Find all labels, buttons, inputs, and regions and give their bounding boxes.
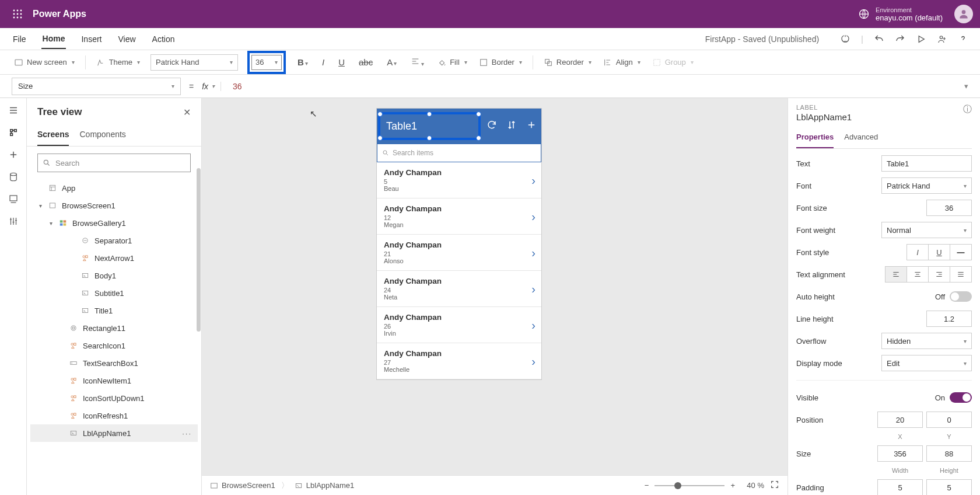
help-icon[interactable]: [958, 34, 968, 44]
tree-item[interactable]: NextArrow1: [30, 249, 198, 267]
play-icon[interactable]: [916, 34, 926, 44]
tree-item[interactable]: App: [30, 179, 198, 197]
selected-label-control[interactable]: Table1: [378, 112, 481, 140]
app-checker-icon[interactable]: [840, 34, 850, 44]
strikethrough-button[interactable]: abc: [356, 57, 375, 67]
tab-properties[interactable]: Properties: [796, 128, 834, 148]
tree-item[interactable]: Title1: [30, 302, 198, 319]
prop-padtop-input[interactable]: 5: [877, 479, 923, 495]
menu-file[interactable]: File: [12, 30, 27, 48]
align-right-button[interactable]: [928, 266, 950, 283]
gallery-item[interactable]: Andy Champan 26 Irvin ›: [377, 307, 541, 343]
prop-font-select[interactable]: Patrick Hand▾: [881, 177, 972, 194]
autoheight-toggle[interactable]: [950, 291, 972, 302]
prop-fontweight-select[interactable]: Normal▾: [881, 222, 972, 238]
prop-text-input[interactable]: Table1: [881, 155, 972, 172]
property-selector[interactable]: Size▾: [12, 78, 181, 95]
tree-scrollbar-thumb[interactable]: [197, 168, 201, 332]
tree-search-input[interactable]: Search: [37, 154, 191, 172]
formula-value[interactable]: 36: [229, 82, 242, 91]
border-button[interactable]: Border▾: [478, 55, 523, 69]
new-screen-button[interactable]: New screen▾: [13, 55, 76, 69]
prop-displaymode-select[interactable]: Edit▾: [881, 355, 972, 371]
font-size-select[interactable]: 36▾: [251, 55, 282, 70]
menu-action[interactable]: Action: [151, 30, 176, 48]
visible-toggle[interactable]: [950, 392, 972, 403]
gallery-item[interactable]: Andy Champan 21 Alonso ›: [377, 235, 541, 271]
chevron-right-icon[interactable]: ›: [531, 210, 536, 223]
fontstyle-underline-button[interactable]: U: [928, 244, 950, 260]
gallery-item[interactable]: Andy Champan 12 Megan ›: [377, 198, 541, 235]
environment-picker[interactable]: Environment enayu.com (default): [858, 6, 943, 22]
fontstyle-strike-button[interactable]: —: [950, 244, 972, 260]
prop-x-input[interactable]: 20: [877, 412, 923, 428]
fontstyle-italic-button[interactable]: I: [907, 244, 929, 260]
formula-expand-icon[interactable]: ▾: [964, 82, 968, 90]
sort-icon[interactable]: [506, 120, 517, 133]
add-icon[interactable]: [526, 120, 537, 133]
tree-item[interactable]: Separator1: [30, 232, 198, 249]
menu-home[interactable]: Home: [41, 29, 66, 49]
user-avatar[interactable]: [954, 5, 973, 23]
redo-icon[interactable]: [895, 34, 905, 44]
tree-item[interactable]: Rectangle11: [30, 319, 198, 337]
prop-lineheight-input[interactable]: 1.2: [926, 311, 972, 327]
refresh-icon[interactable]: [487, 120, 497, 133]
fx-button[interactable]: fx▾: [202, 82, 221, 91]
chevron-right-icon[interactable]: ›: [531, 354, 536, 368]
prop-height-input[interactable]: 88: [926, 445, 972, 462]
fit-to-window-icon[interactable]: [770, 480, 779, 491]
font-color-button[interactable]: A▾: [384, 57, 399, 67]
prop-fontsize-input[interactable]: 36: [926, 200, 972, 216]
prop-overflow-select[interactable]: Hidden▾: [881, 333, 972, 349]
rail-insert-icon[interactable]: [8, 149, 19, 160]
underline-button[interactable]: U: [336, 57, 347, 67]
tree-item[interactable]: Subtitle1: [30, 284, 198, 302]
tree-item[interactable]: IconRefresh1: [30, 407, 198, 424]
zoom-slider[interactable]: [654, 485, 724, 486]
prop-padbottom-input[interactable]: 5: [926, 479, 972, 495]
rail-data-icon[interactable]: [8, 172, 19, 182]
tree-item[interactable]: IconSortUpDown1: [30, 389, 198, 407]
align-left-button[interactable]: [885, 266, 907, 283]
fill-button[interactable]: Fill▾: [436, 55, 468, 69]
tree-item[interactable]: Body1: [30, 267, 198, 284]
chevron-right-icon[interactable]: ›: [531, 246, 536, 259]
tree-item[interactable]: LblAppName1···: [30, 424, 198, 442]
rail-tree-icon[interactable]: [8, 127, 19, 138]
chevron-right-icon[interactable]: ›: [531, 318, 536, 332]
font-family-select[interactable]: Patrick Hand▾: [150, 54, 238, 71]
menu-insert[interactable]: Insert: [80, 30, 103, 48]
prop-width-input[interactable]: 356: [877, 445, 923, 462]
chevron-right-icon[interactable]: ›: [531, 282, 536, 295]
phone-search-input[interactable]: Search items: [377, 144, 541, 162]
zoom-in-button[interactable]: +: [730, 481, 735, 490]
gallery-item[interactable]: Andy Champan 27 Mechelle ›: [377, 343, 541, 379]
waffle-menu[interactable]: [7, 9, 28, 19]
chevron-right-icon[interactable]: ›: [531, 173, 536, 187]
panel-help-icon[interactable]: ⓘ: [963, 104, 972, 115]
reorder-button[interactable]: Reorder▾: [542, 55, 593, 69]
italic-button[interactable]: I: [320, 57, 327, 67]
align-button[interactable]: Align▾: [602, 55, 642, 69]
menu-view[interactable]: View: [117, 30, 136, 48]
zoom-out-button[interactable]: −: [645, 481, 649, 490]
rail-advanced-icon[interactable]: [8, 216, 19, 226]
canvas-area[interactable]: ↖ Table1 Search items Andy Champan 5: [202, 98, 788, 495]
rail-media-icon[interactable]: [8, 194, 19, 204]
bold-button[interactable]: B▾: [295, 57, 310, 67]
gallery-item[interactable]: Andy Champan 24 Neta ›: [377, 271, 541, 307]
tree-item[interactable]: IconNewItem1: [30, 372, 198, 389]
tree-item[interactable]: ▾BrowseScreen1: [30, 197, 198, 214]
align-justify-button[interactable]: [950, 266, 972, 283]
tab-screens[interactable]: Screens: [37, 125, 69, 146]
theme-button[interactable]: Theme▾: [95, 55, 141, 69]
tree-item[interactable]: TextSearchBox1: [30, 354, 198, 372]
prop-y-input[interactable]: 0: [926, 412, 972, 428]
rail-hamburger-icon[interactable]: [8, 105, 19, 116]
breadcrumb-screen[interactable]: BrowseScreen1: [210, 481, 275, 490]
gallery-item[interactable]: Andy Champan 5 Beau ›: [377, 162, 541, 198]
align-horizontal-button[interactable]: ▾: [408, 57, 426, 68]
share-icon[interactable]: [937, 34, 947, 44]
undo-icon[interactable]: [874, 34, 884, 44]
